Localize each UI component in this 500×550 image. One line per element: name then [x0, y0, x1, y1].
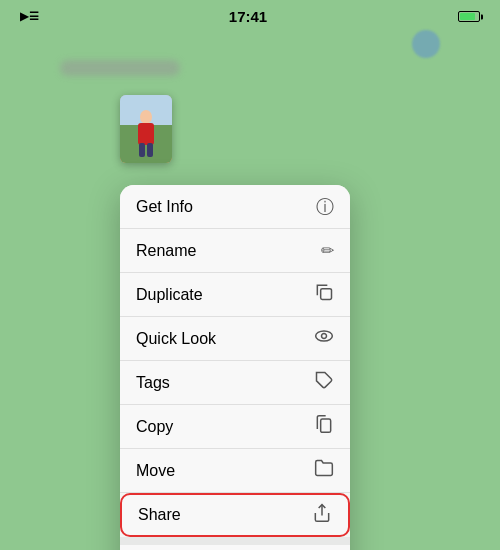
- menu-item-move[interactable]: Move: [120, 449, 350, 493]
- svg-rect-5: [147, 143, 153, 157]
- file-thumbnail: [120, 95, 172, 163]
- thumbnail-image: [120, 95, 172, 163]
- bg-filename: [60, 60, 180, 76]
- status-left: ▶ ☰: [20, 10, 38, 23]
- svg-point-8: [322, 334, 327, 339]
- rename-label: Rename: [136, 242, 196, 260]
- svg-rect-10: [321, 419, 331, 432]
- menu-item-delete[interactable]: Delete: [120, 545, 350, 550]
- menu-item-tags[interactable]: Tags: [120, 361, 350, 405]
- copy-icon: [314, 414, 334, 439]
- svg-point-7: [316, 331, 333, 341]
- menu-item-get-info[interactable]: Get Info: [120, 185, 350, 229]
- svg-rect-4: [139, 143, 145, 157]
- move-icon: [314, 458, 334, 483]
- tags-icon: [314, 370, 334, 395]
- menu-item-quick-look[interactable]: Quick Look: [120, 317, 350, 361]
- get-info-label: Get Info: [136, 198, 193, 216]
- duplicate-icon: [314, 282, 334, 307]
- rename-icon: ✏: [321, 241, 334, 260]
- quicklook-icon: [314, 326, 334, 351]
- tags-label: Tags: [136, 374, 170, 392]
- move-label: Move: [136, 462, 175, 480]
- bg-circle: [412, 30, 440, 58]
- svg-rect-3: [138, 123, 154, 145]
- context-menu: Get Info Rename ✏ Duplicate Quick Look T…: [120, 185, 350, 550]
- status-time: 17:41: [229, 8, 267, 25]
- menu-item-duplicate[interactable]: Duplicate: [120, 273, 350, 317]
- share-label: Share: [138, 506, 181, 524]
- quick-look-label: Quick Look: [136, 330, 216, 348]
- svg-rect-6: [321, 289, 332, 300]
- status-right: [458, 11, 480, 22]
- copy-label: Copy: [136, 418, 173, 436]
- battery-icon: [458, 11, 480, 22]
- svg-point-2: [140, 110, 152, 124]
- menu-item-share[interactable]: Share: [120, 493, 350, 537]
- menu-item-rename[interactable]: Rename ✏: [120, 229, 350, 273]
- menu-divider: [120, 537, 350, 545]
- info-icon: [316, 195, 334, 219]
- share-icon: [312, 503, 332, 528]
- signal-icon: ▶ ☰: [20, 10, 38, 23]
- status-bar: ▶ ☰ 17:41: [0, 0, 500, 29]
- duplicate-label: Duplicate: [136, 286, 203, 304]
- menu-item-copy[interactable]: Copy: [120, 405, 350, 449]
- thumbnail-svg: [120, 95, 172, 163]
